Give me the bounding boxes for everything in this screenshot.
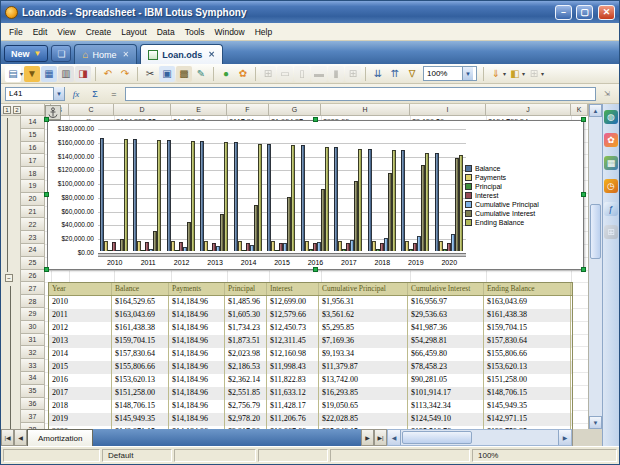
table-cell[interactable]: 2020	[49, 426, 112, 429]
print-preview-button[interactable]: ◨	[75, 66, 91, 82]
row-header-32[interactable]: 32	[21, 346, 45, 359]
scroll-right-icon[interactable]: ▶	[558, 430, 571, 445]
table-cell[interactable]: 2019	[49, 413, 112, 426]
table-header-cell[interactable]: Year	[49, 283, 112, 295]
table-cell[interactable]: 2016	[49, 374, 112, 387]
table-cell[interactable]: $142,971.15	[112, 426, 169, 429]
chevron-down-icon[interactable]: ▾	[20, 70, 23, 77]
row-header-36[interactable]: 36	[21, 398, 45, 411]
scroll-left-icon[interactable]: ◀	[388, 430, 401, 445]
minimize-button[interactable]: –	[555, 5, 572, 20]
table-cell[interactable]: $2,362.14	[225, 374, 267, 387]
table-cell[interactable]: $157,830.64	[484, 335, 571, 348]
table-cell[interactable]: $22,028.85	[319, 413, 408, 426]
menu-help[interactable]: Help	[250, 25, 277, 39]
sheet-tab-amortization[interactable]: Amortization	[27, 429, 93, 446]
table-cell[interactable]: $14,184.96	[169, 387, 225, 400]
table-cell[interactable]: $11,633.12	[267, 387, 319, 400]
table-cell[interactable]: $41,987.36	[408, 322, 484, 335]
table-cell[interactable]: $151,258.00	[112, 387, 169, 400]
tab-home[interactable]: ⌂ Home ✕	[74, 44, 137, 64]
column-header-I[interactable]: I	[410, 104, 486, 116]
table-cell[interactable]: $14,184.96	[169, 335, 225, 348]
table-cell[interactable]: 2013	[49, 335, 112, 348]
save-button[interactable]: ▦	[41, 66, 57, 82]
format-paintbrush-button[interactable]: ✎	[193, 66, 209, 82]
table-cell[interactable]: $161,438.38	[112, 322, 169, 335]
filter-button[interactable]: ∇	[404, 66, 420, 82]
horizontal-scrollbar[interactable]: ◀ ▶	[387, 429, 572, 446]
table-cell[interactable]: $12,160.98	[267, 348, 319, 361]
table-header-cell[interactable]: Ending Balance	[484, 283, 571, 295]
column-header-K[interactable]: K	[571, 104, 588, 116]
close-button[interactable]: ✕	[598, 5, 615, 20]
table-cell[interactable]: $12,311.45	[267, 335, 319, 348]
column-header-E[interactable]: E	[171, 104, 227, 116]
table-cell[interactable]: $11,428.17	[267, 400, 319, 413]
row-header-34[interactable]: 34	[21, 372, 45, 385]
table-cell[interactable]: $14,184.96	[169, 413, 225, 426]
row-header-18[interactable]: 18	[21, 167, 45, 180]
table-cell[interactable]: $159,704.15	[112, 335, 169, 348]
print-button[interactable]: ▥	[58, 66, 74, 82]
table-header-cell[interactable]: Cumulative Interest	[408, 283, 484, 295]
row-header-26[interactable]: 26	[21, 270, 45, 283]
table-cell[interactable]: $142,971.15	[484, 413, 571, 426]
menu-tools[interactable]: Tools	[180, 25, 210, 39]
table-cell[interactable]: $54,298.81	[408, 335, 484, 348]
insert-chart-button[interactable]: ●	[218, 66, 234, 82]
table-cell[interactable]: $163,043.69	[112, 309, 169, 322]
menu-window[interactable]: Window	[210, 25, 250, 39]
zoom-select[interactable]: 100%▼	[423, 66, 477, 81]
row-header-25[interactable]: 25	[21, 257, 45, 270]
table-cell[interactable]: $2,756.79	[225, 400, 267, 413]
table-cell[interactable]: $66,459.80	[408, 348, 484, 361]
table-cell[interactable]: $1,605.30	[225, 309, 267, 322]
functions-icon[interactable]: ƒ	[604, 202, 618, 216]
row-header-15[interactable]: 15	[21, 129, 45, 142]
spreadsheet-grid[interactable]: 12ABCDEFGHIJK−14151617181920212223242526…	[1, 104, 588, 429]
horizontal-scroll-thumb[interactable]	[402, 431, 472, 444]
first-sheet-button[interactable]: |◀	[1, 429, 14, 446]
table-cell[interactable]: $12,579.66	[267, 309, 319, 322]
table-cell[interactable]: $5,295.85	[319, 322, 408, 335]
chevron-down-icon[interactable]: ▼	[462, 67, 473, 80]
table-cell[interactable]: $1,873.51	[225, 335, 267, 348]
table-cell[interactable]: $161,438.38	[484, 309, 571, 322]
table-cell[interactable]: $148,706.15	[484, 387, 571, 400]
gallery-button[interactable]: ✿	[235, 66, 251, 82]
row-header-22[interactable]: 22	[21, 218, 45, 231]
column-header-J[interactable]: J	[486, 104, 571, 116]
function-wizard-icon[interactable]: fx	[68, 86, 84, 101]
table-cell[interactable]: $2,978.20	[225, 413, 267, 426]
table-cell[interactable]: $155,806.66	[112, 361, 169, 374]
open-button[interactable]: ▼	[24, 66, 40, 82]
table-cell[interactable]: $113,342.34	[408, 400, 484, 413]
loan-chart[interactable]: $180,000.00$160,000.00$140,000.00$120,00…	[47, 120, 584, 270]
table-cell[interactable]: $16,293.85	[319, 387, 408, 400]
row-header-38[interactable]: 38	[21, 423, 45, 429]
menu-layout[interactable]: Layout	[116, 25, 152, 39]
sort-ascending-button[interactable]: ⇊	[370, 66, 386, 82]
table-cell[interactable]: $14,184.96	[169, 400, 225, 413]
row-header-14[interactable]: 14	[21, 116, 45, 129]
row-header-30[interactable]: 30	[21, 321, 45, 334]
row-header-31[interactable]: 31	[21, 334, 45, 347]
table-cell[interactable]: $11,379.87	[319, 361, 408, 374]
table-cell[interactable]: $90,281.05	[408, 374, 484, 387]
windows-icon[interactable]: ⊞	[604, 225, 618, 239]
table-cell[interactable]: $7,169.36	[319, 335, 408, 348]
new-button[interactable]: New ▼	[4, 45, 48, 62]
table-cell[interactable]: $14,184.96	[169, 361, 225, 374]
table-cell[interactable]: $2,551.85	[225, 387, 267, 400]
selection-handle[interactable]	[44, 267, 49, 272]
table-cell[interactable]: $3,561.62	[319, 309, 408, 322]
table-cell[interactable]: $14,184.96	[169, 374, 225, 387]
fill-color-button[interactable]: ◧	[507, 66, 523, 82]
table-cell[interactable]: $14,184.96	[169, 309, 225, 322]
table-cell[interactable]: 2017	[49, 387, 112, 400]
next-sheet-button[interactable]: ▶	[361, 429, 374, 446]
table-header-cell[interactable]: Principal	[225, 283, 267, 295]
outline-collapse-button[interactable]: −	[5, 274, 13, 282]
chevron-down-icon[interactable]: ▾	[503, 70, 506, 77]
